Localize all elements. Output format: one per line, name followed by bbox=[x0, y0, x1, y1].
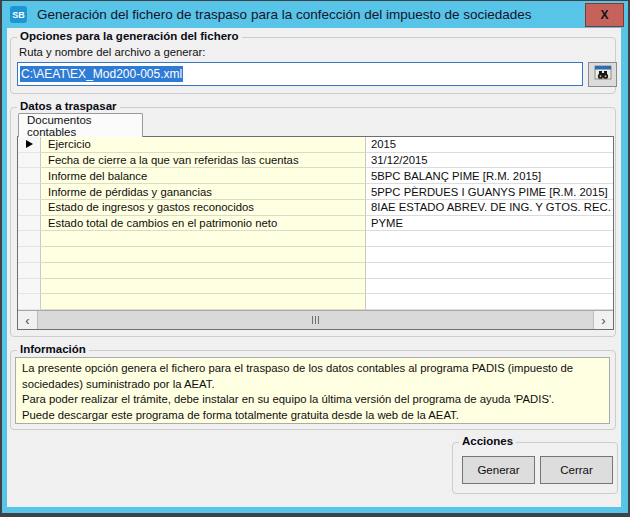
scroll-left-icon[interactable]: ‹ bbox=[18, 311, 38, 329]
generar-button[interactable]: Generar bbox=[462, 456, 535, 484]
file-path-label: Ruta y nombre del archivo a generar: bbox=[19, 46, 206, 58]
cerrar-button[interactable]: Cerrar bbox=[540, 456, 613, 484]
scrollbar-thumb[interactable] bbox=[38, 311, 593, 329]
file-path-input[interactable]: C:\AEAT\EX_Mod200-005.xml bbox=[17, 62, 583, 86]
info-group-title: Información bbox=[17, 343, 89, 355]
row-label: Estado total de cambios en el patrimonio… bbox=[41, 216, 366, 232]
horizontal-scrollbar[interactable]: ‹ › bbox=[18, 310, 613, 329]
tab-documentos-contables[interactable]: Documentos contables bbox=[18, 113, 143, 137]
info-line: La presente opción genera el fichero par… bbox=[22, 361, 603, 392]
row-selector bbox=[18, 184, 41, 200]
options-group-title: Opciones para la generación del fichero bbox=[17, 30, 242, 42]
row-value[interactable]: 5PPC PÈRDUES I GUANYS PIME [R.M. 2015] bbox=[366, 184, 613, 200]
options-groupbox: Opciones para la generación del fichero … bbox=[10, 37, 616, 94]
data-table: Ejercicio 2015 Fecha de cierre a la que … bbox=[17, 136, 614, 330]
dialog-content: Opciones para la generación del fichero … bbox=[7, 28, 621, 507]
data-groupbox: Datos a traspasar Documentos contables E… bbox=[10, 107, 616, 337]
scrollbar-grip-icon bbox=[312, 316, 319, 324]
row-value[interactable]: PYME bbox=[366, 216, 613, 232]
app-icon: SB bbox=[10, 6, 27, 23]
row-value[interactable]: 31/12/2015 bbox=[366, 153, 613, 169]
row-label: Ejercicio bbox=[41, 137, 366, 153]
browse-button[interactable] bbox=[588, 62, 617, 87]
data-table-rows: Ejercicio 2015 Fecha de cierre a la que … bbox=[18, 137, 613, 310]
row-value[interactable]: 2015 bbox=[366, 137, 613, 153]
table-row[interactable]: Informe de pérdidas y ganancias 5PPC PÈR… bbox=[18, 184, 613, 200]
current-row-arrow-icon bbox=[26, 140, 33, 148]
info-panel: La presente opción genera el fichero par… bbox=[15, 357, 610, 424]
window-title: Generación del fichero de traspaso para … bbox=[37, 7, 532, 22]
table-empty-row bbox=[18, 247, 613, 263]
row-selector bbox=[18, 216, 41, 232]
table-empty-row bbox=[18, 263, 613, 279]
data-group-title: Datos a traspasar bbox=[17, 100, 120, 112]
row-selector bbox=[18, 168, 41, 184]
scroll-right-icon[interactable]: › bbox=[593, 311, 613, 329]
table-row[interactable]: Informe del balance 5BPC BALANÇ PIME [R.… bbox=[18, 168, 613, 184]
row-label: Fecha de cierre a la que van referidas l… bbox=[41, 153, 366, 169]
row-value[interactable]: 5BPC BALANÇ PIME [R.M. 2015] bbox=[366, 168, 613, 184]
actions-groupbox: Acciones Generar Cerrar bbox=[452, 442, 618, 494]
actions-group-title: Acciones bbox=[459, 435, 516, 447]
info-groupbox: Información La presente opción genera el… bbox=[10, 350, 616, 430]
table-row[interactable]: Estado de ingresos y gastos reconocidos … bbox=[18, 200, 613, 216]
binoculars-icon bbox=[594, 65, 612, 84]
row-selector bbox=[18, 137, 41, 153]
table-empty-row bbox=[18, 231, 613, 247]
table-row[interactable]: Estado total de cambios en el patrimonio… bbox=[18, 216, 613, 232]
dialog-window: SB Generación del fichero de traspaso pa… bbox=[0, 0, 630, 517]
info-line: Puede descargar este programa de forma t… bbox=[22, 408, 603, 424]
row-selector bbox=[18, 153, 41, 169]
row-label: Estado de ingresos y gastos reconocidos bbox=[41, 200, 366, 216]
table-row[interactable]: Ejercicio 2015 bbox=[18, 137, 613, 153]
file-path-value: C:\AEAT\EX_Mod200-005.xml bbox=[20, 66, 183, 82]
table-empty-row bbox=[18, 279, 613, 295]
table-empty-row bbox=[18, 294, 613, 310]
row-value[interactable]: 8IAE ESTADO ABREV. DE ING. Y GTOS. REC. … bbox=[366, 200, 613, 216]
table-row[interactable]: Fecha de cierre a la que van referidas l… bbox=[18, 153, 613, 169]
row-label: Informe del balance bbox=[41, 168, 366, 184]
row-selector bbox=[18, 200, 41, 216]
close-icon[interactable]: X bbox=[585, 3, 624, 27]
titlebar[interactable]: SB Generación del fichero de traspaso pa… bbox=[2, 1, 628, 28]
row-label: Informe de pérdidas y ganancias bbox=[41, 184, 366, 200]
info-line: Para poder realizar el trámite, debe ins… bbox=[22, 392, 603, 408]
